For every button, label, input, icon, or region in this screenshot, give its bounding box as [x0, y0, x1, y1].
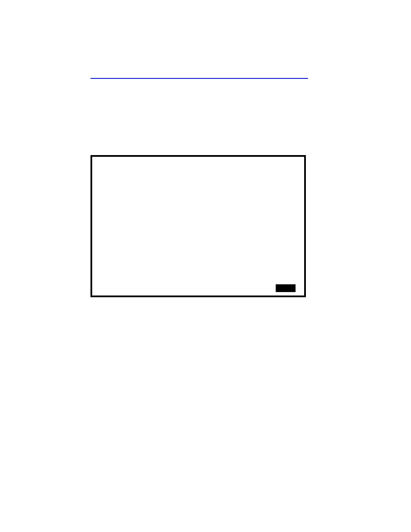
figure-frame — [90, 155, 306, 297]
document-page — [0, 0, 411, 532]
horizontal-rule — [90, 78, 308, 79]
figure-label-block — [276, 284, 296, 292]
